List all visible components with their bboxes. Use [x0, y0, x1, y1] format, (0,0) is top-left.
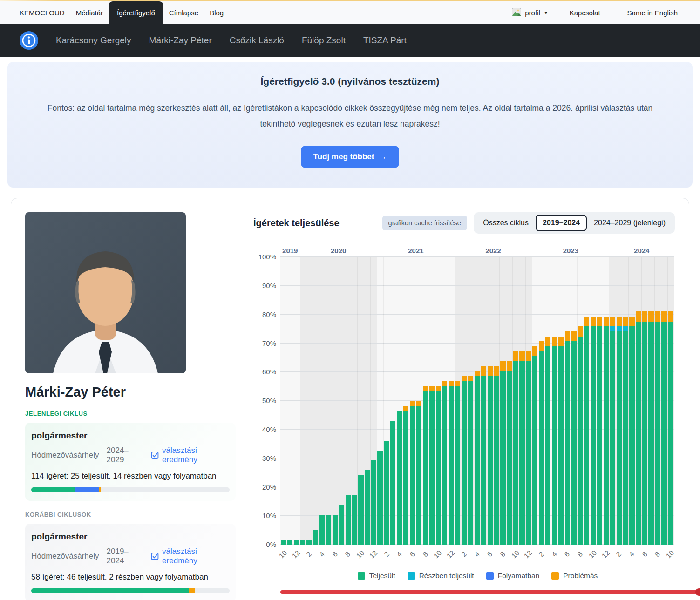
subnav-item-marki-zay-peter[interactable]: Márki-Zay Péter [149, 35, 212, 46]
chart-bar[interactable] [513, 257, 519, 545]
legend-label: Részben teljesült [419, 572, 474, 580]
chart-bar[interactable] [338, 257, 345, 545]
chart-bar[interactable] [668, 257, 674, 545]
profile-menu[interactable]: profil ▼ [512, 8, 548, 18]
bar-segment-teljesült [333, 515, 338, 545]
info-icon[interactable] [20, 31, 38, 50]
bar-segment-teljesült [578, 337, 583, 545]
chart-bar[interactable] [487, 257, 493, 545]
chart-bar[interactable] [467, 257, 474, 545]
legend-item-részben-teljesült: Részben teljesült [408, 572, 474, 580]
nav-item-kapcsolat[interactable]: Kapcsolat [564, 9, 606, 17]
chart-bar[interactable] [293, 257, 299, 545]
chart-bar[interactable] [416, 257, 422, 545]
chart-bar[interactable] [532, 257, 538, 545]
bar-segment-teljesült [468, 381, 473, 545]
chart-bar[interactable] [629, 257, 635, 545]
tab-2019-2024[interactable]: 2019–2024 [536, 215, 587, 231]
x-tick-label: 2 [305, 550, 313, 559]
chart-bar[interactable] [551, 257, 557, 545]
nav-item-igeretfigyelo[interactable]: Ígéretfigyelő [109, 1, 163, 24]
chart-bar[interactable] [493, 257, 500, 545]
chart-bar[interactable] [455, 257, 461, 545]
chart-bar[interactable] [319, 257, 325, 545]
subnav-item-karacsony-gergely[interactable]: Karácsony Gergely [56, 35, 131, 46]
chart-bar[interactable] [299, 257, 306, 545]
chart-bar[interactable] [648, 257, 654, 545]
tab-2024-2029[interactable]: 2024–2029 (jelenlegi) [587, 215, 673, 231]
subnav-item-tisza-part[interactable]: TISZA Párt [363, 35, 407, 46]
nav-item-cimlapse[interactable]: Címlapse [163, 1, 204, 24]
chart-bar[interactable] [306, 257, 312, 545]
chart-bar[interactable] [474, 257, 480, 545]
chart-bar[interactable] [371, 257, 377, 545]
chart-bar[interactable] [396, 257, 402, 545]
bar-segment-problémás [565, 331, 570, 341]
chart-bar[interactable] [557, 257, 564, 545]
chart-bar[interactable] [571, 257, 577, 545]
chart-bar[interactable] [409, 257, 415, 545]
chart-bar[interactable] [377, 257, 383, 545]
chart-bar[interactable] [313, 257, 319, 545]
chart-bar[interactable] [500, 257, 506, 545]
y-tick-100%: 100% [258, 253, 276, 261]
chart-bar[interactable] [422, 257, 428, 545]
chart-bar[interactable] [642, 257, 648, 545]
chart-bar[interactable] [603, 257, 609, 545]
chart-bar[interactable] [655, 257, 661, 545]
chart-bar[interactable] [332, 257, 338, 545]
chart-bar[interactable] [428, 257, 435, 545]
chart-bar[interactable] [622, 257, 629, 545]
year-label-2022: 2022 [485, 247, 501, 255]
chart-bar[interactable] [597, 257, 603, 545]
chart-bar[interactable] [545, 257, 551, 545]
y-tick-50%: 50% [262, 397, 276, 404]
election-result-link[interactable]: választási eredmény [151, 547, 230, 566]
chart-bar[interactable] [358, 257, 364, 545]
election-result-link[interactable]: választási eredmény [151, 446, 230, 465]
chart-bar[interactable] [364, 257, 371, 545]
learn-more-label: Tudj meg többet [313, 152, 374, 162]
chart-bar[interactable] [448, 257, 454, 545]
chart-bar[interactable] [616, 257, 622, 545]
chart-bar[interactable] [326, 257, 332, 545]
elapsed-time-slider[interactable] [280, 590, 700, 594]
bar-segment-teljesült [403, 411, 408, 545]
chart-bar[interactable] [578, 257, 584, 545]
chart-bar[interactable] [435, 257, 442, 545]
chart-bar[interactable] [351, 257, 358, 545]
nav-item-language[interactable]: Same in English [622, 9, 683, 17]
chart-bar[interactable] [564, 257, 571, 545]
bar-segment-problémás [507, 361, 512, 371]
chart-bar[interactable] [442, 257, 448, 545]
refresh-cache-button[interactable]: grafikon cache frissítése [382, 216, 467, 230]
slider-knob[interactable] [695, 588, 700, 596]
chart-bar[interactable] [526, 257, 532, 545]
bar-segment-teljesült [507, 371, 512, 545]
chart-bar[interactable] [590, 257, 596, 545]
chart-bar[interactable] [519, 257, 525, 545]
subnav-item-fulop-zsolt[interactable]: Fülöp Zsolt [302, 35, 346, 46]
chart-bar[interactable] [661, 257, 667, 545]
chart-bar[interactable] [384, 257, 390, 545]
brand-kemocloud[interactable]: KEMOCLOUD [20, 1, 70, 24]
chart-bar[interactable] [635, 257, 642, 545]
bar-segment-teljesült [306, 540, 312, 545]
chart-bar[interactable] [345, 257, 351, 545]
chart-bar[interactable] [538, 257, 544, 545]
nav-item-mediatar[interactable]: Médiatár [70, 1, 109, 24]
subnav-item-csozik-laszlo[interactable]: Csőzik László [230, 35, 284, 46]
chart-bar[interactable] [403, 257, 409, 545]
chart-bar[interactable] [480, 257, 487, 545]
learn-more-button[interactable]: Tudj meg többet → [301, 146, 400, 168]
chart-bar[interactable] [286, 257, 293, 545]
chart-bar[interactable] [506, 257, 513, 545]
bar-segment-problémás [403, 406, 408, 411]
chart-bar[interactable] [390, 257, 396, 545]
chart-bar[interactable] [280, 257, 286, 545]
chart-bar[interactable] [609, 257, 616, 545]
nav-item-blog[interactable]: Blog [204, 1, 229, 24]
chart-bar[interactable] [461, 257, 467, 545]
tab-all-cycles[interactable]: Összes ciklus [476, 215, 536, 231]
chart-bar[interactable] [584, 257, 590, 545]
